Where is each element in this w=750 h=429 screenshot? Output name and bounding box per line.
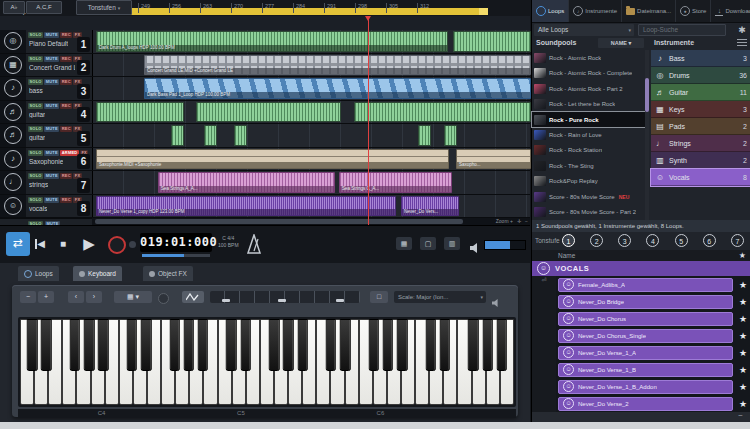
instrument-row-synth[interactable]: ▥Synth2 xyxy=(651,152,750,169)
gear-icon[interactable]: ✱ xyxy=(736,24,748,36)
soundpool-item[interactable]: Rock - Atomic Rock xyxy=(532,50,645,65)
zoom-out-icon[interactable]: − xyxy=(525,218,528,225)
mute-button[interactable]: MUTE xyxy=(44,150,59,156)
tonstufe-step-2[interactable]: 2 xyxy=(590,234,603,247)
record-arm-button[interactable]: REC xyxy=(60,126,72,132)
favorite-star[interactable]: ★ xyxy=(735,280,750,290)
midi-keyboard-button[interactable]: ▦ xyxy=(396,237,412,250)
scale-dropdown[interactable]: Scale: Major (Ion... xyxy=(394,291,486,303)
track-lane[interactable]: Sea Strings A_A...Sea Strings C_A... xyxy=(93,171,530,194)
black-key[interactable] xyxy=(326,319,336,371)
zoom-fit-icon[interactable]: ✛ xyxy=(517,218,521,225)
track-header[interactable]: SOLOMUTEARMEDFXSaxophonie6 xyxy=(26,148,93,171)
track-lane[interactable]: Concert Grand LE.MID +Concert Grand LE xyxy=(93,54,530,77)
audio-clip[interactable]: Dark Drum A_loops HDP 100.00 BPM xyxy=(96,31,448,52)
soundpool-item[interactable]: Rock&Pop Replay xyxy=(532,174,645,189)
browser-tab-dateimana-[interactable]: Dateimana... xyxy=(622,0,676,22)
audio-clip[interactable] xyxy=(171,125,184,146)
black-key[interactable] xyxy=(283,319,293,371)
loop-range-end-handle[interactable] xyxy=(479,8,488,15)
loop-item[interactable]: ☺Never_Do Verse_1_A xyxy=(558,346,733,360)
loop-filter-dropdown[interactable]: Alle Loops xyxy=(534,24,634,36)
audio-clip[interactable] xyxy=(234,125,247,146)
tonstufe-step-4[interactable]: 4 xyxy=(646,234,659,247)
record-arm-button[interactable]: REC xyxy=(60,32,72,38)
black-key[interactable] xyxy=(70,319,80,371)
loop-item[interactable]: ☺Never_Do Verse_1_B_Addon xyxy=(558,380,733,394)
hscrollbar-thumb[interactable] xyxy=(95,219,463,224)
loop-item[interactable]: ☺Never_Do Bridge xyxy=(558,295,733,309)
soundpool-scrollbar[interactable] xyxy=(645,50,649,220)
tab-object-fx[interactable]: Object FX xyxy=(143,266,193,281)
favorite-star[interactable]: ★ xyxy=(735,314,750,324)
black-key[interactable] xyxy=(440,319,450,371)
track-lane[interactable]: Dark Bass Pad 1_Loop HDP 100.00 BPM xyxy=(93,77,530,100)
favorite-star[interactable]: ★ xyxy=(735,297,750,307)
audio-clip[interactable]: Sea Strings C_A... xyxy=(339,172,452,193)
solo-button[interactable]: SOLO xyxy=(28,173,43,179)
mute-button[interactable]: MUTE xyxy=(44,32,59,38)
record-arm-button[interactable]: REC xyxy=(60,197,72,203)
favorite-star[interactable]: ★ xyxy=(735,399,750,409)
master-volume-meter[interactable] xyxy=(484,240,526,250)
mute-button[interactable]: MUTE xyxy=(44,126,59,132)
record-button[interactable] xyxy=(108,236,126,254)
black-key[interactable] xyxy=(226,319,236,371)
solo-button[interactable]: SOLO xyxy=(28,103,43,109)
black-key[interactable] xyxy=(425,319,435,371)
audio-clip[interactable]: Concert Grand LE.MID +Concert Grand LE xyxy=(144,55,531,76)
instrument-row-bass[interactable]: ♪Bass3 xyxy=(651,50,750,67)
track-header[interactable]: SOLOMUTERECFXstrings7 xyxy=(26,171,93,194)
black-key[interactable] xyxy=(383,319,393,371)
audio-clip[interactable] xyxy=(418,125,431,146)
black-key[interactable] xyxy=(198,319,208,371)
tonstufen-dropdown[interactable]: Tonstufen xyxy=(76,0,132,15)
metronome-icon[interactable] xyxy=(246,234,262,254)
tonstufe-step-5[interactable]: 5 xyxy=(675,234,688,247)
mute-button[interactable]: MUTE xyxy=(44,173,59,179)
browser-tab-store[interactable]: ●Store xyxy=(676,0,711,22)
loop-item[interactable]: ☺Female_Adlibs_A xyxy=(558,278,733,292)
track-lane[interactable] xyxy=(93,101,530,124)
shift-right-button[interactable]: › xyxy=(86,291,102,303)
play-button[interactable]: ▶ xyxy=(78,233,100,255)
soundpool-item[interactable]: Rock - Rock Station xyxy=(532,143,645,158)
record-arm-button[interactable]: REC xyxy=(60,103,72,109)
track-header[interactable]: SOLOMUTERECFXguitar4 xyxy=(26,101,93,124)
solo-button[interactable]: SOLO xyxy=(28,79,43,85)
soundpool-item[interactable]: Rock - Atomic Rock - Part 2 xyxy=(532,81,645,96)
sort-by-name-button[interactable]: NAME ▾ xyxy=(598,38,644,48)
soundpool-item[interactable]: Rock - The Sting xyxy=(532,158,645,173)
loop-toggle-button[interactable]: ⇄ xyxy=(6,232,30,256)
instrument-row-strings[interactable]: ♩Strings2 xyxy=(651,135,750,152)
shift-left-button[interactable]: ‹ xyxy=(68,291,84,303)
audio-clip[interactable] xyxy=(453,31,531,52)
mute-button[interactable]: MUTE xyxy=(44,79,59,85)
soundpool-item[interactable]: Score - 80s Movie Score - Part 2 xyxy=(532,205,645,220)
record-arm-button[interactable]: REC xyxy=(60,173,72,179)
audio-clip[interactable]: Dark Bass Pad 1_Loop HDP 100.00 BPM xyxy=(144,78,531,99)
browser-tab-instrumente[interactable]: ♪Instrumente xyxy=(569,0,622,22)
instrument-dropdown[interactable]: ▦ ▾ xyxy=(114,291,152,303)
black-key[interactable] xyxy=(27,319,37,371)
key-box[interactable]: A♭ xyxy=(3,1,25,14)
black-key[interactable] xyxy=(98,319,108,371)
track-lane[interactable]: Saxophonie.MIDI +SaxophonieSaxopho... xyxy=(93,148,530,171)
audio-clip[interactable] xyxy=(444,125,457,146)
tonstufe-step-1[interactable]: 1 xyxy=(562,234,575,247)
piano-keyboard[interactable] xyxy=(18,317,516,407)
solo-button[interactable]: SOLO xyxy=(28,56,43,62)
zoom-controls[interactable]: Zoom + ✛ − xyxy=(496,218,528,225)
zoom-label[interactable]: Zoom + xyxy=(496,218,513,225)
record-arm-button[interactable]: REC xyxy=(60,56,72,62)
velocity-curve-button[interactable] xyxy=(182,291,204,303)
track-header[interactable]: SOLOMUTERECFXPiano Default1 xyxy=(26,30,93,53)
mute-button[interactable]: MUTE xyxy=(44,103,59,109)
black-key[interactable] xyxy=(184,319,194,371)
audio-clip[interactable]: Saxopho... xyxy=(456,149,531,170)
song-progress-bar[interactable] xyxy=(142,254,210,257)
black-key[interactable] xyxy=(482,319,492,371)
mixer-button[interactable]: ▥ xyxy=(444,237,460,250)
favorite-star[interactable]: ★ xyxy=(735,365,750,375)
black-key[interactable] xyxy=(141,319,151,371)
